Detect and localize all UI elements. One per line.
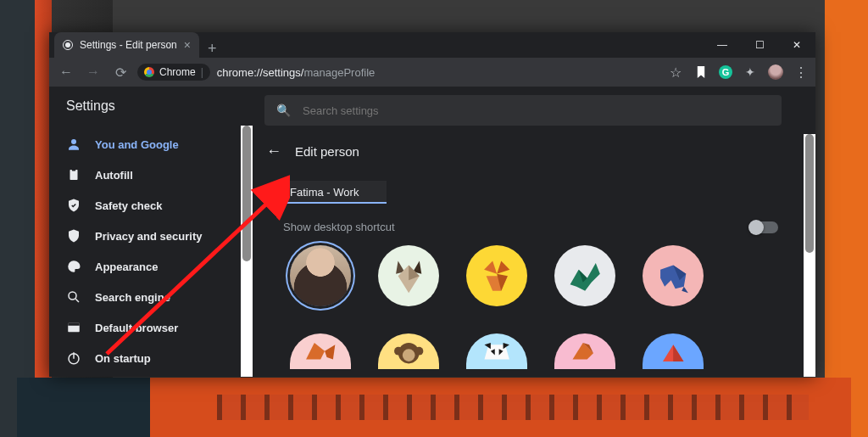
desktop-shortcut-label: Show desktop shortcut (283, 221, 395, 233)
sidebar-item-default-browser[interactable]: Default browser (49, 312, 241, 343)
svg-marker-21 (325, 345, 335, 360)
main-pane: ← Edit person Show desktop shortcut (253, 134, 804, 377)
palette-icon (66, 259, 81, 274)
bookmark-star-icon[interactable]: ☆ (668, 64, 683, 80)
desktop-wallpaper-lower (17, 378, 850, 437)
avatar-option-origami-bird[interactable] (554, 333, 615, 369)
close-tab-icon[interactable]: × (184, 39, 191, 51)
svg-point-24 (394, 347, 403, 356)
maximize-button[interactable]: ☐ (741, 32, 778, 58)
chrome-window: Settings - Edit person × + — ☐ ✕ ← → ⟳ C… (49, 32, 815, 377)
svg-rect-1 (70, 170, 78, 180)
sidebar-item-label: Safety check (95, 199, 163, 212)
url-path-secondary: manageProfile (303, 66, 375, 79)
person-icon (66, 137, 81, 152)
left-column: Settings You and Google Autofill Safety … (49, 87, 253, 377)
svg-point-23 (403, 350, 415, 362)
avatar-option-origami-volcano[interactable] (643, 333, 704, 369)
profile-avatar-icon[interactable] (768, 64, 783, 80)
settings-heading: Settings (49, 98, 253, 126)
sidebar-item-autofill[interactable]: Autofill (49, 160, 241, 190)
avatar-option-origami-panda[interactable] (466, 333, 527, 369)
search-icon: 🔍 (276, 104, 291, 117)
url-display[interactable]: chrome://settings/manageProfile (217, 66, 375, 79)
svg-marker-31 (572, 343, 593, 360)
svg-marker-12 (497, 261, 509, 273)
sidebar-nav: You and Google Autofill Safety check Pri… (49, 126, 241, 377)
browser-icon (66, 320, 81, 335)
close-window-button[interactable]: ✕ (778, 32, 815, 58)
search-icon (66, 289, 81, 305)
reading-list-icon[interactable] (693, 64, 709, 80)
sidebar-item-label: Autofill (95, 169, 133, 182)
sidebar-item-label: Default browser (95, 322, 178, 334)
kebab-menu-icon[interactable]: ⋮ (793, 64, 809, 80)
content-area: Settings You and Google Autofill Safety … (49, 87, 815, 377)
svg-marker-19 (682, 287, 688, 294)
sidebar-item-label: You and Google (95, 138, 179, 151)
avatar-option-origami-elephant[interactable] (643, 245, 704, 306)
grammarly-extension-icon[interactable]: G (719, 65, 732, 79)
shield-check-icon (66, 198, 81, 213)
avatar-grid (290, 245, 783, 369)
extensions-icon[interactable]: ✦ (743, 64, 758, 80)
chrome-logo-icon (144, 67, 154, 77)
clipboard-icon (66, 167, 81, 182)
sidebar-item-safety-check[interactable]: Safety check (49, 190, 241, 221)
titlebar: Settings - Edit person × + — ☐ ✕ (49, 32, 815, 58)
svg-point-25 (415, 347, 423, 356)
avatar-option-origami-dragon[interactable] (554, 245, 615, 306)
main-scrollbar[interactable] (804, 134, 815, 377)
address-bar: ← → ⟳ Chrome | chrome://settings/manageP… (49, 58, 815, 87)
sidebar-item-label: Appearance (95, 261, 158, 273)
sidebar-item-label: Privacy and security (95, 230, 202, 243)
power-icon (66, 350, 81, 366)
back-button[interactable]: ← (56, 62, 76, 82)
avatar-option-user-photo[interactable] (290, 245, 351, 306)
browser-tab[interactable]: Settings - Edit person × (54, 32, 199, 58)
sidebar-item-appearance[interactable]: Appearance (49, 251, 241, 282)
page-title: Edit person (295, 144, 359, 159)
window-controls: — ☐ ✕ (704, 32, 815, 58)
sidebar-item-label: Search engine (95, 291, 170, 304)
page-back-button[interactable]: ← (266, 143, 281, 160)
svg-marker-11 (484, 261, 497, 273)
sidebar-scrollbar[interactable] (241, 126, 253, 377)
tab-title: Settings - Edit person (80, 39, 177, 51)
svg-point-3 (69, 292, 76, 300)
url-path-primary: chrome://settings/ (217, 66, 304, 79)
search-settings-box[interactable]: 🔍 (264, 95, 782, 126)
sidebar-item-search-engine[interactable]: Search engine (49, 282, 241, 312)
search-settings-input[interactable] (303, 104, 770, 117)
avatar-option-origami-cat[interactable] (378, 245, 439, 306)
sidebar-item-on-startup[interactable]: On startup (49, 343, 241, 373)
svg-marker-28 (503, 343, 509, 349)
shield-icon (66, 228, 81, 244)
scrollbar-thumb[interactable] (242, 126, 251, 261)
avatar-option-origami-fox[interactable] (466, 245, 527, 306)
new-tab-button[interactable]: + (199, 40, 225, 58)
sidebar-item-you-and-google[interactable]: You and Google (49, 129, 241, 160)
main-column: 🔍 ← Edit person Show desktop shortcut (253, 87, 815, 377)
profile-name-input[interactable] (283, 181, 387, 204)
avatar-option-origami-monkey[interactable] (378, 333, 439, 369)
svg-rect-2 (72, 169, 76, 171)
desktop-shortcut-toggle[interactable] (749, 221, 778, 233)
svg-marker-34 (673, 345, 683, 362)
svg-rect-5 (68, 323, 80, 326)
sidebar-item-label: On startup (95, 352, 151, 365)
minimize-button[interactable]: — (704, 32, 741, 58)
svg-marker-20 (306, 343, 325, 360)
svg-point-0 (71, 139, 76, 144)
forward-button[interactable]: → (83, 62, 103, 82)
svg-marker-27 (484, 343, 490, 349)
scheme-label: Chrome (159, 66, 196, 78)
avatar-option-origami-squirrel[interactable] (290, 333, 351, 369)
toolbar-right: ☆ G ✦ ⋮ (668, 64, 809, 80)
scrollbar-thumb[interactable] (805, 134, 814, 253)
gear-icon (63, 40, 73, 50)
sidebar-item-privacy-security[interactable]: Privacy and security (49, 221, 241, 251)
site-identity-chip[interactable]: Chrome | (137, 64, 210, 81)
reload-button[interactable]: ⟳ (110, 62, 131, 82)
